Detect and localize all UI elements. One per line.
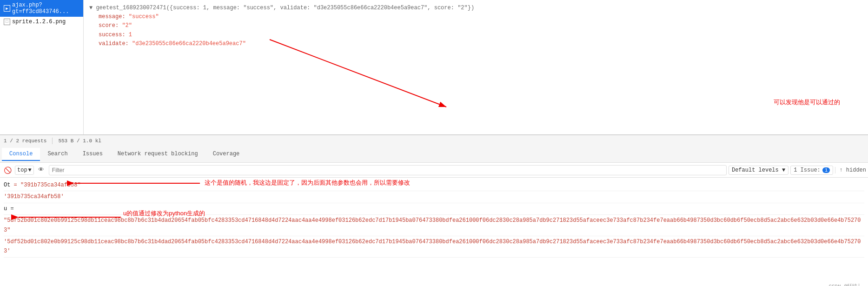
clear-console-button[interactable]: 🚫 (2, 165, 13, 176)
request-item-1[interactable]: ▶ ajax.php?gt=ff3cd843746... (0, 0, 83, 17)
hidden-label: ↑ hidden (839, 167, 866, 173)
response-score-key: score: (99, 22, 119, 29)
response-header-text: ▼ geetest_1689230072471({success: 1, mes… (89, 5, 474, 11)
response-validate-key: validate: (99, 40, 129, 47)
console-filter-input[interactable] (49, 165, 727, 175)
tab-search[interactable]: Search (40, 148, 75, 161)
status-divider (52, 138, 53, 144)
file-icon: □ (4, 19, 10, 25)
issue-count: 1 (822, 167, 830, 173)
console-line-1: Ot = "391b735ca34afb58" (4, 180, 864, 191)
issues-badge[interactable]: 1 Issue: 1 (790, 166, 833, 175)
response-message-key: message: (99, 13, 126, 20)
annotation-2: u的值通过修改为python生成的 (123, 209, 205, 218)
tab-issues[interactable]: Issues (75, 148, 110, 161)
annotation-3: 可以发现他是可以通过的 (774, 98, 840, 106)
issue-label: 1 Issue: (794, 167, 821, 173)
eq-u: = (10, 206, 13, 212)
response-success-val: 1 (129, 32, 132, 38)
request-label-2: sprite.1.2.6.png (12, 19, 66, 25)
request-item-2[interactable]: □ sprite.1.2.6.png (0, 17, 83, 27)
response-score-val: "2" (122, 22, 132, 29)
live-expressions-button[interactable]: 👁 (36, 165, 47, 176)
response-validate-line: validate: "d3e235055c86e66ca2220b4ee5a9e… (99, 40, 862, 48)
status-size: 553 B / 1.0 kl (58, 138, 101, 144)
console-toolbar: 🚫 top ▼ 👁 Default levels ▼ 1 Issue: 1 ↑ … (0, 163, 868, 178)
val-u-2: '5df52bd01c802e0b99125c98db11ceac98bc8b7… (4, 239, 861, 254)
response-score-line: score: "2" (99, 21, 862, 30)
status-bar: 1 / 2 requests 553 B / 1.0 kl (0, 135, 868, 146)
val-ot: = "391b735ca34afb58" (14, 182, 81, 188)
hidden-messages-button[interactable]: ↑ hidden (835, 167, 866, 173)
console-line-4: "5df52bd01c802e0b99125c98db11ceac98bc8b7… (4, 215, 864, 236)
tab-network-request-blocking[interactable]: Network request blocking (110, 148, 205, 161)
svg-line-1 (270, 40, 446, 107)
tabs-bar: Console Search Issues Network request bl… (0, 146, 868, 163)
response-message-line: message: "success" (99, 13, 862, 21)
annotation-3-text: 可以发现他是可以通过的 (774, 99, 840, 106)
console-output: Ot = "391b735ca34afb58" '391b735ca34afb5… (0, 178, 868, 286)
val-u-1: "5df52bd01c802e0b99125c98db11ceac98bc8b7… (4, 217, 861, 233)
annotation-2-text: u的值通过修改为python生成的 (123, 210, 205, 217)
watermark: CSDN @轩辕丿 (828, 283, 862, 286)
console-line-5: '5df52bd01c802e0b99125c98db11ceac98bc8b7… (4, 236, 864, 258)
request-icon-1: ▶ (4, 5, 10, 12)
response-success-key: success: (99, 32, 126, 38)
status-requests: 1 / 2 requests (4, 138, 46, 144)
tab-console[interactable]: Console (2, 148, 40, 161)
annotation-1: 这个是值的随机，我这边是固定了，因为后面其他参数也会用，所以需要修改 (205, 179, 410, 187)
top-label: top (17, 167, 27, 173)
request-label-1: ajax.php?gt=ff3cd843746... (12, 2, 80, 15)
default-levels-label: Default levels ▼ (732, 167, 785, 173)
tab-coverage[interactable]: Coverage (205, 148, 247, 161)
var-u: u (4, 206, 7, 212)
response-panel: ▼ geetest_1689230072471({success: 1, mes… (84, 0, 868, 134)
context-selector[interactable]: top ▼ (15, 166, 34, 175)
console-line-2: '391b735ca34afb58' (4, 191, 864, 203)
var-ot: Ot (4, 182, 10, 188)
response-success-line: success: 1 (99, 31, 862, 40)
top-dropdown-icon: ▼ (28, 167, 32, 173)
response-header-line: ▼ geetest_1689230072471({success: 1, mes… (89, 4, 862, 13)
response-message-val: "success" (129, 13, 159, 20)
log-levels-selector[interactable]: Default levels ▼ (729, 166, 788, 175)
val-ot-2: '391b735ca34afb58' (4, 193, 64, 200)
response-validate-val: "d3e235055c86e66ca2220b4ee5a9eac7" (132, 40, 246, 47)
annotation-1-text: 这个是值的随机，我这边是固定了，因为后面其他参数也会用，所以需要修改 (205, 179, 410, 186)
